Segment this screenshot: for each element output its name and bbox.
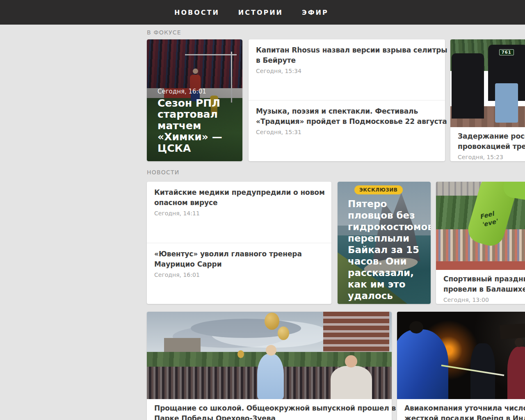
- rescuer-blue-raincoat: [397, 329, 448, 399]
- plane-crash-story-card[interactable]: Авиакомпания уточнила число жертвжесткой…: [397, 312, 525, 420]
- story-item[interactable]: Музыка, поэзия и спектакли. Фестиваль«Тр…: [249, 100, 445, 161]
- story-item[interactable]: Китайские медики предупредили о новомопа…: [147, 182, 331, 243]
- story-item[interactable]: «Ювентус» уволил главного тренераМаурици…: [147, 243, 331, 304]
- gold-balloon: [265, 313, 279, 330]
- story-time: Сегодня, 13:00: [443, 297, 525, 303]
- man-maroon-shirt: [507, 347, 525, 399]
- top-nav: НОВОСТИ ИСТОРИИ ЭФИР: [0, 0, 525, 25]
- sports-festival-image: Feel'eve': [436, 182, 525, 270]
- section-label-focus: В ФОКУСЕ: [147, 29, 181, 36]
- main-menu: НОВОСТИ ИСТОРИИ ЭФИР: [0, 0, 525, 25]
- story-title: «Ювентус» уволил главного тренераМаурици…: [154, 249, 324, 269]
- story-time: Сегодня, 16:01: [154, 272, 324, 278]
- sports-festival-card[interactable]: Feel'eve' Спортивный праздникпровели в Б…: [436, 182, 525, 304]
- running-track: [436, 261, 525, 270]
- man-head: [515, 338, 524, 347]
- news-portal-page: НОВОСТИ ИСТОРИИ ЭФИР В ФОКУСЕ Сегодня, 1…: [0, 0, 525, 420]
- story-title: Пятеропловцов безгидрокостюмовпереплылиБ…: [348, 198, 431, 301]
- story-title: Капитан Rhosus назвал версии взрыва сели…: [256, 45, 438, 65]
- exclusive-badge: ЭКСКЛЮЗИВ: [354, 185, 403, 194]
- riot-police-image: 761: [450, 39, 525, 127]
- nav-link-live[interactable]: ЭФИР: [302, 9, 329, 16]
- story-time: Сегодня, 15:31: [256, 129, 438, 135]
- story-time: Сегодня, 15:34: [256, 68, 438, 74]
- graduation-crowd-image: [147, 312, 392, 399]
- story-title: Музыка, поэзия и спектакли. Фестиваль«Тр…: [256, 106, 438, 126]
- exclusive-story-card[interactable]: ЭКСКЛЮЗИВ Пятеропловцов безгидрокостюмов…: [338, 182, 431, 304]
- story-title: Задержание россиян назвалипровокацией тр…: [458, 131, 525, 151]
- woman-white-jacket: [331, 366, 372, 399]
- focus-text-card: Капитан Rhosus назвал версии взрыва сели…: [249, 39, 445, 161]
- girl-head: [266, 345, 276, 356]
- focus-photo-card[interactable]: 761 Задержание россиян назвалипровокацие…: [450, 39, 525, 161]
- vest-761-label: 761: [499, 49, 514, 55]
- nav-link-news[interactable]: НОВОСТИ: [174, 9, 219, 16]
- jeans-figure: [495, 83, 518, 123]
- story-item[interactable]: Капитан Rhosus назвал версии взрыва сели…: [249, 39, 445, 100]
- gold-balloon: [237, 350, 244, 358]
- police-figure: [452, 53, 484, 118]
- plane-crash-night-image: [397, 312, 525, 399]
- nav-link-stories[interactable]: ИСТОРИИ: [238, 9, 283, 16]
- story-time: Сегодня, 15:23: [458, 154, 525, 160]
- story-time: Сегодня, 16:01: [158, 88, 238, 95]
- section-label-news: НОВОСТИ: [147, 169, 179, 176]
- story-title: Китайские медики предупредили о новомопа…: [154, 187, 324, 208]
- news-text-card: Китайские медики предупредили о новомопа…: [147, 182, 331, 304]
- girl-blue-dress: [257, 354, 284, 399]
- story-title: Прощание со школой. Общеокружной выпускн…: [154, 403, 384, 420]
- story-title: Сезон РПЛстартовалматчем«Химки» —ЦСКА: [158, 98, 238, 154]
- story-title: Спортивный праздникпровели в Балашихе: [443, 274, 525, 294]
- story-title: Авиакомпания уточнила число жертвжесткой…: [404, 403, 525, 420]
- featured-story-card[interactable]: Сегодня, 16:01 Сезон РПЛстартовалматчем«…: [147, 39, 242, 161]
- graduation-story-card[interactable]: Прощание со школой. Общеокружной выпускн…: [147, 312, 392, 420]
- story-time: Сегодня, 14:11: [154, 210, 324, 217]
